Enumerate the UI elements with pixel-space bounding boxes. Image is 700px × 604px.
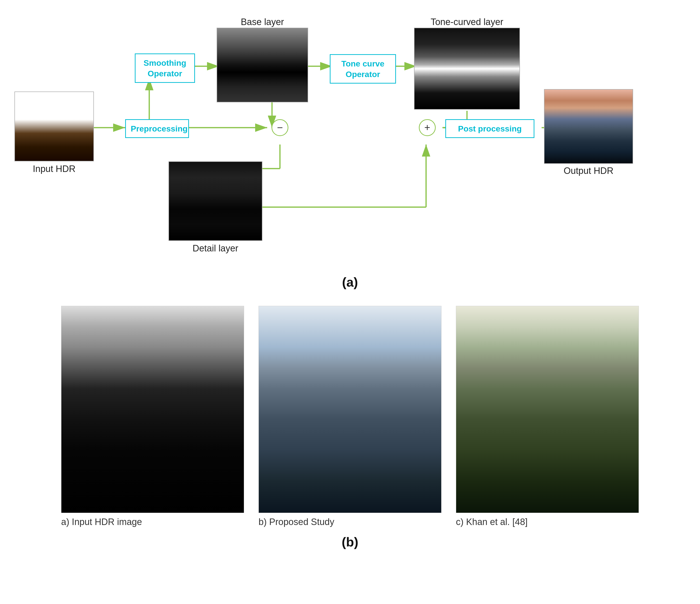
output-hdr-image (544, 89, 633, 164)
comparison-proposed-image (258, 306, 442, 513)
comparison-input-image (61, 306, 244, 513)
section-b-label: (b) (15, 532, 685, 557)
comparison-khan-caption: c) Khan et al. [48] (456, 517, 528, 527)
detail-layer-label: Detail layer (173, 243, 257, 253)
base-layer-label: Base layer (217, 17, 308, 27)
pipeline-container: Input HDR Preprocessing SmoothingOperato… (0, 10, 700, 287)
plus-circle: + (419, 119, 436, 136)
base-layer-image (217, 28, 308, 102)
input-hdr-label: Input HDR (19, 164, 89, 174)
comparison-input-caption: a) Input HDR image (61, 517, 142, 527)
comparison-row: a) Input HDR image b) Proposed Study c) … (15, 306, 685, 527)
comparison-item-input: a) Input HDR image (61, 306, 244, 527)
preprocessing-box: Preprocessing (125, 119, 189, 138)
comparison-khan-image (456, 306, 639, 513)
output-hdr-label: Output HDR (549, 166, 628, 176)
detail-layer-image (169, 161, 262, 241)
input-hdr-image (15, 92, 94, 161)
smoothing-operator-box: SmoothingOperator (135, 53, 195, 83)
pipeline-diagram: Input HDR Preprocessing SmoothingOperato… (0, 0, 700, 301)
comparison-proposed-caption: b) Proposed Study (258, 517, 334, 527)
comparison-section: a) Input HDR image b) Proposed Study c) … (0, 301, 700, 566)
tone-curved-label: Tone-curved layer (414, 17, 520, 27)
tone-curved-image (414, 28, 520, 110)
post-processing-box: Post processing (445, 119, 534, 138)
minus-circle: − (272, 119, 289, 136)
comparison-item-khan: c) Khan et al. [48] (456, 306, 639, 527)
tone-curve-box: Tone curveOperator (330, 54, 396, 83)
comparison-item-proposed: b) Proposed Study (258, 306, 442, 527)
